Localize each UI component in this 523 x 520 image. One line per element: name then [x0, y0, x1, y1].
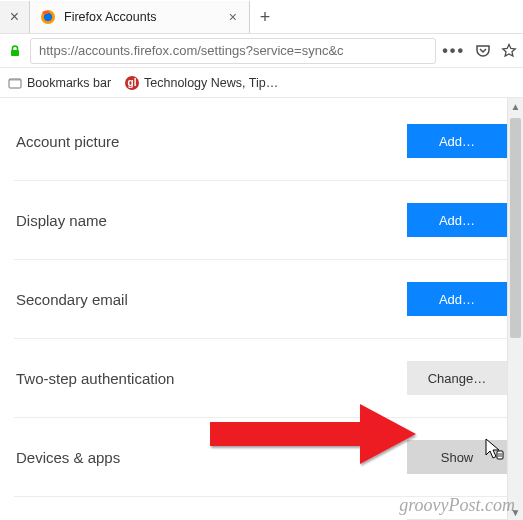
address-text: https://accounts.firefox.com/settings?se…	[39, 43, 344, 58]
scroll-up-icon[interactable]: ▲	[508, 98, 523, 114]
setting-label: Account picture	[16, 133, 119, 150]
address-input[interactable]: https://accounts.firefox.com/settings?se…	[30, 38, 436, 64]
setting-row-display-name: Display name Add…	[14, 181, 509, 260]
bookmarks-toolbar: Bookmarks bar gl Technology News, Tip…	[0, 68, 523, 98]
bookmark-label: Bookmarks bar	[27, 76, 111, 90]
bookmark-label: Technology News, Tip…	[144, 76, 278, 90]
bookmark-folder-bookmarks-bar[interactable]: Bookmarks bar	[8, 76, 111, 90]
setting-row-devices-apps: Devices & apps Show	[14, 418, 509, 497]
vertical-scrollbar[interactable]: ▲ ▼	[507, 98, 523, 520]
groovypost-favicon-icon: gl	[125, 76, 139, 90]
setting-label: Secondary email	[16, 291, 128, 308]
change-two-step-auth-button[interactable]: Change…	[407, 361, 507, 395]
setting-label: Display name	[16, 212, 107, 229]
setting-row-communication-preferences: Communication preferences Change	[14, 497, 509, 520]
add-display-name-button[interactable]: Add…	[407, 203, 507, 237]
firefox-favicon-icon	[40, 9, 56, 25]
svg-rect-2	[11, 50, 19, 56]
tab-strip: × Firefox Accounts × +	[0, 0, 523, 34]
svg-rect-4	[9, 79, 21, 81]
settings-page: Account picture Add… Display name Add… S…	[0, 98, 523, 520]
tab-title: Firefox Accounts	[64, 10, 219, 24]
setting-row-two-step-auth: Two-step authentication Change…	[14, 339, 509, 418]
setting-row-secondary-email: Secondary email Add…	[14, 260, 509, 339]
setting-row-account-picture: Account picture Add…	[14, 106, 509, 181]
bookmark-technology-news[interactable]: gl Technology News, Tip…	[125, 76, 278, 90]
add-secondary-email-button[interactable]: Add…	[407, 282, 507, 316]
tab-close-icon[interactable]: ×	[227, 8, 239, 26]
scrollbar-thumb[interactable]	[510, 118, 521, 338]
url-bar: https://accounts.firefox.com/settings?se…	[0, 34, 523, 68]
tab-firefox-accounts[interactable]: Firefox Accounts ×	[30, 1, 250, 33]
setting-label: Devices & apps	[16, 449, 120, 466]
scroll-down-icon[interactable]: ▼	[508, 504, 523, 520]
setting-label: Two-step authentication	[16, 370, 174, 387]
show-devices-apps-button[interactable]: Show	[407, 440, 507, 474]
folder-icon	[8, 76, 22, 90]
bookmark-star-icon[interactable]	[501, 43, 517, 59]
page-action-menu-icon[interactable]: •••	[442, 42, 465, 60]
settings-list: Account picture Add… Display name Add… S…	[14, 106, 509, 520]
page-actions: •••	[442, 42, 517, 60]
new-tab-button[interactable]: +	[250, 1, 280, 33]
lock-icon[interactable]	[6, 44, 24, 58]
add-account-picture-button[interactable]: Add…	[407, 124, 507, 158]
previous-tab-close-icon[interactable]: ×	[0, 1, 30, 33]
pocket-icon[interactable]	[475, 43, 491, 59]
